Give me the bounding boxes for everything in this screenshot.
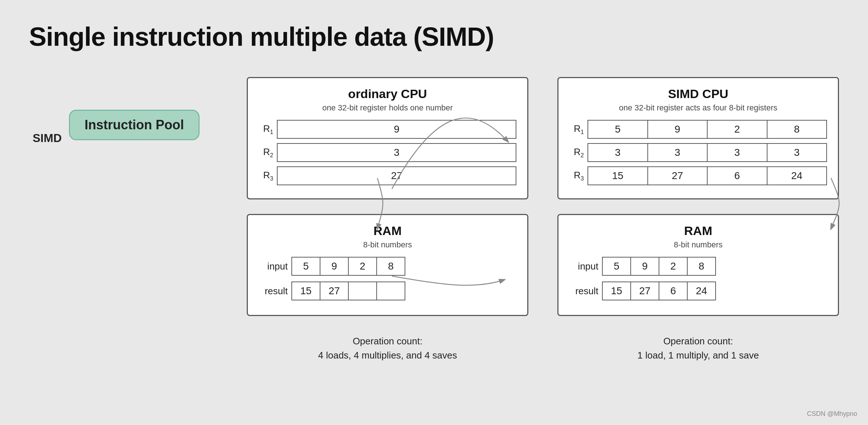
ordinary-ram-subtitle: 8-bit numbers [259,240,516,250]
simd-input-cell-1: 5 [602,257,631,276]
ordinary-r3-value: 27 [277,166,516,185]
simd-ram-subtitle: 8-bit numbers [569,240,827,250]
content-area: SIMD Instruction Pool Data Pool Vector U… [29,73,839,363]
simd-r3-row: R3 15 27 6 24 [569,166,827,185]
watermark: CSDN @Mhypno [807,410,857,418]
simd-r3-cell-3: 6 [707,166,767,185]
ordinary-result-cell-4 [376,282,405,300]
ordinary-result-label: result [259,286,288,297]
simd-result-cell-3: 6 [659,282,688,300]
simd-cpu-title: SIMD CPU [569,87,827,101]
simd-r1-label: R1 [569,123,584,135]
instruction-pool-box: Instruction Pool [69,110,200,140]
ordinary-r3-row: R3 27 [259,166,516,185]
main-container: Single instruction multiple data (SIMD) … [0,0,868,425]
ordinary-r1-value: 9 [277,120,516,139]
ordinary-r1-row: R1 9 [259,120,516,139]
simd-r1-row: R1 5 9 2 8 [569,120,827,139]
simd-cpu-subtitle: one 32-bit register acts as four 8-bit r… [569,103,827,113]
simd-input-cell-4: 8 [687,257,716,276]
ordinary-input-cell-1: 5 [291,257,320,276]
ordinary-result-cell-3 [348,282,377,300]
ordinary-input-label: input [259,261,288,272]
simd-result-label: result [569,286,598,297]
ordinary-r2-row: R2 3 [259,143,516,162]
simd-input-row: input 5 9 2 8 [569,257,827,276]
simd-r3-cell-1: 15 [587,166,648,185]
ordinary-result-cells: 15 27 [291,282,405,300]
ordinary-cpu-panel: ordinary CPU one 32-bit register holds o… [247,77,528,199]
ordinary-r2-value: 3 [277,143,516,162]
simd-r3-cell-2: 27 [647,166,708,185]
ordinary-input-cell-2: 9 [320,257,349,276]
simd-label: SIMD [33,131,62,145]
ordinary-ram-title: RAM [259,224,516,238]
simd-r3-label: R3 [569,170,584,182]
ordinary-input-cell-4: 8 [376,257,405,276]
simd-input-cells: 5 9 2 8 [602,257,716,276]
right-panels: ordinary CPU one 32-bit register holds o… [247,77,839,363]
page-title: Single instruction multiple data (SIMD) [29,22,839,52]
simd-r1-cell-1: 5 [587,120,648,139]
simd-r2-cell-4: 3 [767,143,827,162]
ordinary-ram-panel: RAM 8-bit numbers input 5 9 2 8 result [247,214,528,316]
simd-cpu-column: SIMD CPU one 32-bit register acts as fou… [557,77,839,363]
ordinary-result-row: result 15 27 [259,282,516,300]
simd-r1-cells: 5 9 2 8 [587,120,827,139]
simd-input-cell-3: 2 [659,257,688,276]
simd-r2-cells: 3 3 3 3 [587,143,827,162]
simd-r2-cell-3: 3 [707,143,767,162]
simd-ram-title: RAM [569,224,827,238]
simd-r3-cell-4: 24 [767,166,827,185]
ordinary-result-cell-2: 27 [320,282,349,300]
simd-input-cell-2: 9 [630,257,659,276]
ordinary-r3-label: R3 [259,170,273,182]
ordinary-cpu-title: ordinary CPU [259,87,516,101]
simd-r2-label: R2 [569,146,584,159]
ordinary-operation-count: Operation count: 4 loads, 4 multiplies, … [247,334,528,363]
simd-r1-cell-2: 9 [647,120,708,139]
simd-r2-cell-1: 3 [587,143,648,162]
ordinary-cpu-column: ordinary CPU one 32-bit register holds o… [247,77,528,363]
ordinary-cpu-subtitle: one 32-bit register holds one number [259,103,516,113]
simd-result-cell-4: 24 [687,282,716,300]
simd-r2-cell-2: 3 [647,143,708,162]
simd-operation-count: Operation count: 1 load, 1 multiply, and… [557,334,839,363]
simd-input-label: input [569,261,598,272]
simd-r2-row: R2 3 3 3 3 [569,143,827,162]
ordinary-r1-label: R1 [259,123,273,135]
ordinary-input-cell-3: 2 [348,257,377,276]
ordinary-input-row: input 5 9 2 8 [259,257,516,276]
simd-result-cell-2: 27 [630,282,659,300]
simd-r1-cell-3: 2 [707,120,767,139]
simd-result-cell-1: 15 [602,282,631,300]
simd-result-row: result 15 27 6 24 [569,282,827,300]
ordinary-input-cells: 5 9 2 8 [291,257,405,276]
simd-r1-cell-4: 8 [767,120,827,139]
simd-r3-cells: 15 27 6 24 [587,166,827,185]
simd-result-cells: 15 27 6 24 [602,282,716,300]
ordinary-r2-label: R2 [259,146,273,159]
simd-ram-panel: RAM 8-bit numbers input 5 9 2 8 result [557,214,839,316]
simd-cpu-panel: SIMD CPU one 32-bit register acts as fou… [557,77,839,199]
ordinary-result-cell-1: 15 [291,282,320,300]
